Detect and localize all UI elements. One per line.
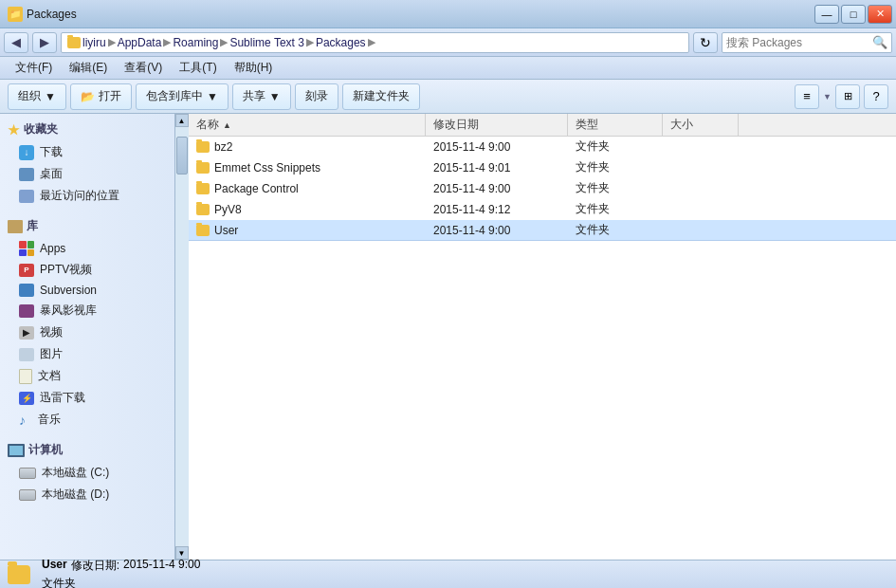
status-type-row: 文件夹	[42, 576, 200, 589]
menu-view[interactable]: 查看(V)	[117, 58, 170, 78]
burn-label: 刻录	[305, 88, 328, 104]
sidebar-item-pictures[interactable]: 图片	[0, 343, 174, 365]
col-header-date[interactable]: 修改日期	[426, 114, 568, 136]
stormlibrary-label: 暴风影视库	[40, 303, 97, 319]
desktop-label: 桌面	[40, 166, 63, 182]
sidebar-item-stormlibrary[interactable]: 暴风影视库	[0, 300, 174, 322]
file-name-4: User	[214, 224, 238, 237]
organize-label: 组织	[18, 88, 41, 104]
breadcrumb-bar: liyiru ▶ AppData ▶ Roaming ▶ Sublime Tex…	[61, 32, 689, 53]
status-modified-label: 修改日期:	[71, 558, 119, 574]
scroll-thumb[interactable]	[176, 137, 188, 175]
refresh-button[interactable]: ↻	[693, 32, 718, 53]
status-info: User 修改日期: 2015-11-4 9:00 文件夹	[42, 558, 200, 589]
sidebar: ★ 收藏夹 ↓ 下载 桌面 最近访问的位置 库	[0, 114, 175, 560]
breadcrumb-appdata[interactable]: AppData	[118, 36, 162, 49]
sidebar-item-music[interactable]: ♪ 音乐	[0, 409, 174, 431]
file-list: bz2 2015-11-4 9:00 文件夹 Emmet Css Snippet…	[189, 137, 896, 560]
scroll-up-arrow[interactable]: ▲	[175, 114, 189, 127]
col-date-label: 修改日期	[433, 117, 479, 133]
include-library-button[interactable]: 包含到库中 ▼	[136, 83, 229, 110]
burn-button[interactable]: 刻录	[295, 83, 338, 110]
help-button[interactable]: ?	[864, 84, 888, 109]
sidebar-item-subversion[interactable]: Subversion	[0, 281, 174, 300]
sep5: ▶	[368, 36, 375, 48]
search-icon: 🔍	[872, 35, 887, 49]
view-toggle-button[interactable]: ≡	[795, 84, 819, 109]
table-row[interactable]: Package Control 2015-11-4 9:00 文件夹	[189, 178, 896, 199]
sidebar-item-recent[interactable]: 最近访问的位置	[0, 185, 174, 207]
col-header-size[interactable]: 大小	[663, 114, 739, 136]
forward-button[interactable]: ▶	[32, 32, 57, 53]
sidebar-item-video[interactable]: ▶ 视频	[0, 322, 174, 343]
minimize-button[interactable]: —	[814, 5, 839, 24]
sidebar-item-desktop[interactable]: 桌面	[0, 163, 174, 185]
cell-date-4: 2015-11-4 9:00	[426, 220, 568, 240]
share-button[interactable]: 共享 ▼	[232, 83, 291, 110]
table-row[interactable]: bz2 2015-11-4 9:00 文件夹	[189, 137, 896, 157]
sep1: ▶	[108, 36, 116, 48]
folder-icon-2	[196, 183, 210, 194]
new-folder-button[interactable]: 新建文件夹	[342, 83, 420, 110]
folder-icon-1	[196, 162, 210, 174]
title-bar: 📁 Packages — □ ✕	[0, 0, 896, 28]
computer-section: 计算机 本地磁盘 (C:) 本地磁盘 (D:)	[0, 434, 174, 509]
music-icon: ♪	[19, 413, 32, 428]
sep4: ▶	[306, 36, 314, 48]
music-label: 音乐	[38, 412, 61, 428]
svn-icon	[19, 284, 34, 297]
star-icon: ★	[8, 122, 20, 138]
file-name-0: bz2	[214, 140, 232, 154]
col-name-label: 名称	[196, 117, 219, 133]
sidebar-item-documents[interactable]: 文档	[0, 365, 174, 387]
col-header-type[interactable]: 类型	[568, 114, 663, 136]
breadcrumb-roaming[interactable]: Roaming	[173, 36, 218, 49]
menu-tools[interactable]: 工具(T)	[172, 58, 224, 78]
file-area: 名称 ▲ 修改日期 类型 大小 bz2 2015-11-4 9:00 文件夹	[189, 114, 896, 560]
col-header-name[interactable]: 名称 ▲	[189, 114, 426, 136]
sidebar-item-downloads[interactable]: ↓ 下载	[0, 141, 174, 163]
breadcrumb-liyiru[interactable]: liyiru	[82, 36, 106, 49]
scroll-track	[175, 127, 189, 546]
table-row[interactable]: User 2015-11-4 9:00 文件夹	[189, 220, 896, 241]
table-row[interactable]: Emmet Css Snippets 2015-11-4 9:01 文件夹	[189, 157, 896, 178]
menu-help[interactable]: 帮助(H)	[227, 58, 281, 78]
open-button[interactable]: 📂 打开	[70, 83, 132, 110]
status-item-name: User	[42, 558, 67, 574]
sidebar-item-pptv[interactable]: P PPTV视频	[0, 259, 174, 281]
cell-name-2: Package Control	[189, 178, 426, 198]
search-input[interactable]	[726, 36, 869, 49]
cell-size-1	[663, 157, 739, 177]
computer-header[interactable]: 计算机	[0, 438, 174, 462]
cell-type-4: 文件夹	[568, 220, 663, 240]
favorites-header[interactable]: ★ 收藏夹	[0, 118, 174, 141]
organize-button[interactable]: 组织 ▼	[8, 83, 66, 110]
computer-label: 计算机	[28, 442, 63, 458]
recent-label: 最近访问的位置	[40, 188, 119, 204]
status-type-label: 文件夹	[42, 577, 76, 589]
cell-date-3: 2015-11-4 9:12	[426, 199, 568, 219]
back-button[interactable]: ◀	[4, 32, 28, 53]
status-folder-icon	[8, 565, 30, 584]
sidebar-item-cdrive[interactable]: 本地磁盘 (C:)	[0, 462, 174, 484]
sidebar-item-apps[interactable]: Apps	[0, 238, 174, 259]
menu-edit[interactable]: 编辑(E)	[62, 58, 115, 78]
cell-name-1: Emmet Css Snippets	[189, 157, 426, 177]
share-chevron: ▼	[269, 90, 281, 103]
col-sort-indicator: ▲	[223, 120, 231, 130]
maximize-button[interactable]: □	[841, 5, 866, 24]
breadcrumb-sublimetext[interactable]: Sublime Text 3	[229, 36, 304, 49]
close-button[interactable]: ✕	[868, 5, 892, 24]
sidebar-item-ddrive[interactable]: 本地磁盘 (D:)	[0, 484, 174, 505]
sidebar-scrollbar: ▲ ▼	[175, 114, 189, 560]
desktop-icon	[19, 168, 34, 181]
library-header[interactable]: 库	[0, 214, 174, 238]
apps-icon	[19, 241, 34, 256]
menu-file[interactable]: 文件(F)	[8, 58, 60, 78]
preview-pane-button[interactable]: ⊞	[835, 84, 860, 109]
sep3: ▶	[220, 36, 228, 48]
sidebar-item-thunder[interactable]: ⚡ 迅雷下载	[0, 387, 174, 409]
breadcrumb-packages[interactable]: Packages	[316, 36, 366, 49]
table-row[interactable]: PyV8 2015-11-4 9:12 文件夹	[189, 199, 896, 220]
subversion-label: Subversion	[40, 284, 97, 297]
